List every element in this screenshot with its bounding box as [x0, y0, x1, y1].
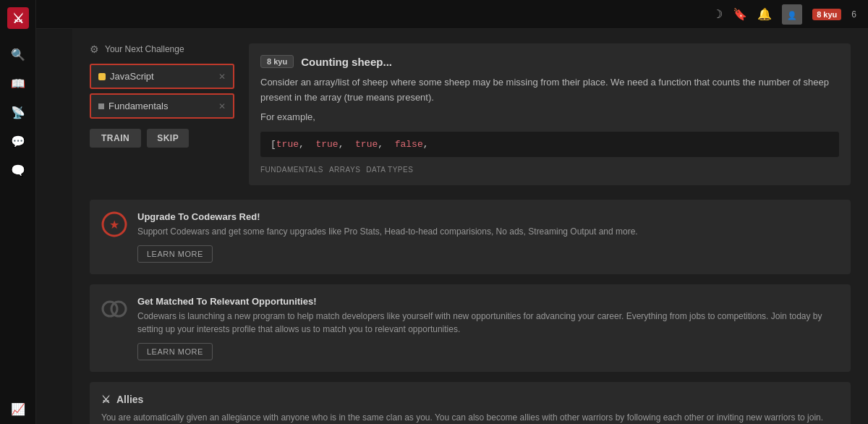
tag-arrays: ARRAYS [329, 166, 360, 174]
topic-left: Fundamentals [98, 101, 168, 111]
chat-nav-icon[interactable]: 💬 [10, 133, 26, 149]
promo-red-content: Upgrade To Codewars Red! Support Codewar… [137, 211, 638, 263]
feed-nav-icon[interactable]: 📡 [10, 104, 26, 120]
challenge-title-row: 8 kyu Counting sheep... [260, 55, 839, 68]
avatar[interactable]: 👤 [782, 4, 802, 25]
kata-desc-p2: For example, [260, 110, 839, 125]
kata-tags: FUNDAMENTALS ARRAYS DATA TYPES [260, 166, 839, 174]
gear-icon: ⚙ [90, 43, 99, 55]
challenge-left-panel: ⚙ Your Next Challenge JavaScript ✕ Funda… [90, 43, 234, 185]
promo-red-card: ★ Upgrade To Codewars Red! Support Codew… [90, 200, 851, 274]
promo-match-title: Get Matched To Relevant Opportunities! [137, 296, 839, 307]
code-false-1: false [395, 139, 423, 150]
train-button[interactable]: TRAIN [90, 129, 141, 148]
code-true-1: true [276, 139, 299, 150]
kyu-badge: 8 kyu [812, 9, 841, 20]
moon-icon[interactable]: ☽ [712, 7, 723, 21]
js-dot-icon [98, 73, 106, 80]
code-true-2: true [315, 139, 338, 150]
topnav: ☽ 🔖 🔔 👤 8 kyu 6 [36, 0, 868, 29]
language-label: JavaScript [110, 71, 154, 82]
promo-match-learn-button[interactable]: LEARN MORE [137, 343, 213, 360]
kata-title: Counting sheep... [301, 56, 392, 68]
book-nav-icon[interactable]: 📖 [10, 75, 26, 91]
topic-selector[interactable]: Fundamentals ✕ [90, 93, 234, 119]
bookmark-icon[interactable]: 🔖 [733, 7, 747, 21]
allies-section: ⚔ Allies You are automatically given an … [90, 382, 851, 424]
kata-kyu-badge: 8 kyu [260, 55, 294, 68]
tag-datatypes: DATA TYPES [366, 166, 413, 174]
promo-red-learn-button[interactable]: LEARN MORE [137, 245, 213, 263]
promo-match-content: Get Matched To Relevant Opportunities! C… [137, 296, 839, 360]
lang-arrow-icon: ✕ [218, 72, 226, 82]
challenge-header-label: Your Next Challenge [105, 44, 184, 54]
challenge-header: ⚙ Your Next Challenge [90, 43, 234, 55]
allies-desc: You are automatically given an allegianc… [101, 411, 839, 424]
btn-group: TRAIN SKIP [90, 129, 234, 148]
promo-red-icon: ★ [101, 211, 127, 237]
topic-arrow-icon: ✕ [218, 101, 226, 111]
svg-text:★: ★ [109, 219, 119, 231]
challenge-right-panel: 8 kyu Counting sheep... Consider an arra… [249, 43, 851, 185]
kata-code-example: [true, true, true, false, [260, 132, 839, 157]
svg-text:👤: 👤 [787, 10, 797, 20]
tag-fundamentals: FUNDAMENTALS [260, 166, 323, 174]
promo-match-card: Get Matched To Relevant Opportunities! C… [90, 284, 851, 372]
promo-red-desc: Support Codewars and get some fancy upgr… [137, 225, 638, 238]
promo-match-desc: Codewars is launching a new program to h… [137, 310, 839, 336]
main-content: ⚙ Your Next Challenge JavaScript ✕ Funda… [72, 29, 868, 424]
code-true-3: true [355, 139, 378, 150]
topic-dot-icon [98, 103, 104, 109]
skip-button[interactable]: SKIP [147, 129, 189, 148]
allies-title: ⚔ Allies [101, 394, 839, 405]
challenge-section: ⚙ Your Next Challenge JavaScript ✕ Funda… [90, 43, 851, 185]
score-label: 6 [851, 9, 856, 20]
search-nav-icon[interactable]: 🔍 [10, 46, 26, 62]
discuss-nav-icon[interactable]: 🗨️ [10, 162, 26, 178]
language-selector[interactable]: JavaScript ✕ [90, 64, 234, 89]
bell-icon[interactable]: 🔔 [757, 7, 772, 21]
svg-text:⚔: ⚔ [12, 12, 24, 26]
kata-desc-p1: Consider an array/list of sheep where so… [260, 75, 839, 106]
sidebar: ⚔ 🔍 📖 📡 💬 🗨️ 📈 [0, 0, 36, 424]
lang-left: JavaScript [98, 71, 154, 82]
trending-nav-icon[interactable]: 📈 [10, 401, 26, 417]
allies-icon: ⚔ [101, 394, 111, 405]
promo-red-title: Upgrade To Codewars Red! [137, 211, 638, 222]
sidebar-logo[interactable]: ⚔ [7, 7, 29, 29]
topic-label: Fundamentals [109, 101, 168, 111]
svg-point-7 [111, 302, 126, 316]
promo-match-icon [101, 296, 127, 322]
allies-label: Allies [116, 394, 143, 405]
kata-description: Consider an array/list of sheep where so… [260, 75, 839, 124]
